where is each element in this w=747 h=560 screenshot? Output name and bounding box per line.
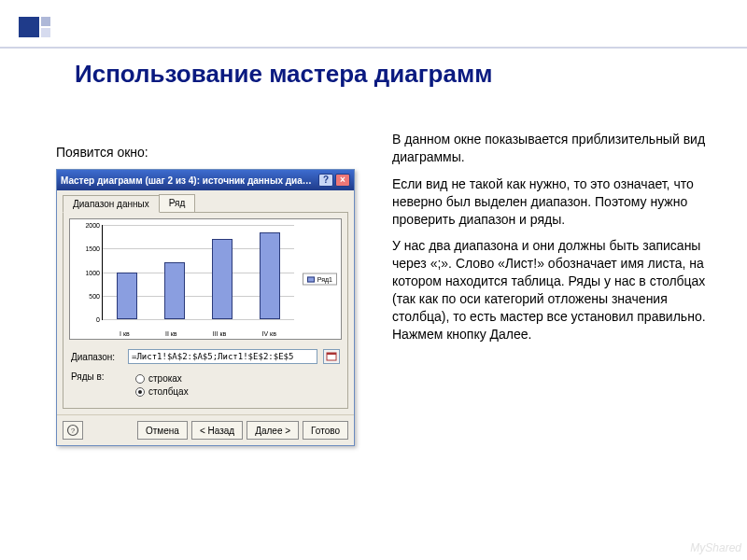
radio-cols[interactable]: столбцах (135, 386, 189, 397)
gridline (103, 319, 294, 320)
window-title: Мастер диаграмм (шаг 2 из 4): источник д… (61, 175, 317, 186)
tab-body: 0500100015002000 I квII квIII квIV кв Ря… (63, 212, 348, 409)
tab-data-range[interactable]: Диапазон данных (63, 195, 160, 213)
cancel-button[interactable]: Отмена (137, 421, 188, 440)
help-button[interactable]: ? (63, 421, 83, 440)
help-icon: ? (66, 424, 79, 437)
chart-wizard-window: Мастер диаграмм (шаг 2 из 4): источник д… (56, 169, 355, 446)
description-p2: Если вид не такой как нужно, то это озна… (392, 175, 710, 229)
decor-square-small-1 (41, 17, 50, 26)
decor-square-large (19, 17, 39, 37)
rows-in-label: Ряды в: (71, 371, 122, 382)
legend-swatch (307, 276, 315, 282)
help-titlebar-button[interactable]: ? (318, 174, 333, 187)
y-tick-label: 1000 (85, 269, 100, 275)
legend-label: Ряд1 (317, 276, 332, 283)
decor-divider (0, 47, 747, 49)
description-block: В данном окне показывается приблизительн… (392, 131, 710, 353)
x-tick-label: III кв (213, 330, 227, 337)
y-tick-label: 0 (96, 316, 100, 323)
close-button[interactable]: × (335, 174, 350, 187)
chart-preview: 0500100015002000 I квII квIII квIV кв Ря… (69, 218, 342, 340)
button-row: ? Отмена < Назад Далее > Готово (57, 414, 354, 445)
y-tick-label: 500 (89, 292, 100, 299)
watermark: MyShared (690, 541, 741, 554)
svg-rect-1 (327, 353, 336, 355)
tab-strip: Диапазон данных Ряд (57, 190, 354, 212)
back-button[interactable]: < Назад (191, 421, 243, 440)
radio-rows[interactable]: строках (135, 373, 189, 384)
chart-bar (164, 262, 185, 319)
radio-icon (135, 387, 145, 397)
x-tick-label: I кв (120, 330, 130, 337)
x-tick-label: II кв (165, 330, 177, 337)
description-p1: В данном окне показывается приблизительн… (392, 131, 710, 166)
y-tick-label: 1500 (85, 245, 100, 252)
intro-text: Появится окно: (56, 145, 364, 160)
svg-text:?: ? (71, 427, 76, 435)
range-label: Диапазон: (71, 352, 122, 362)
chart-legend: Ряд1 (303, 273, 337, 286)
chart-bar (260, 232, 280, 319)
chart-bar (212, 239, 233, 319)
description-p3: У нас два диапазона и они должны быть за… (392, 237, 710, 343)
collapse-dialog-icon[interactable] (323, 349, 340, 364)
titlebar[interactable]: Мастер диаграмм (шаг 2 из 4): источник д… (57, 170, 354, 190)
page-title: Использование мастера диаграмм (75, 60, 492, 89)
range-input[interactable] (128, 349, 317, 364)
radio-icon (135, 374, 145, 384)
y-tick-label: 2000 (85, 222, 100, 229)
x-tick-label: IV кв (262, 330, 276, 337)
decor-square-small-2 (41, 28, 50, 37)
next-button[interactable]: Далее > (247, 421, 299, 440)
chart-bar (117, 273, 137, 320)
finish-button[interactable]: Готово (303, 421, 348, 440)
tab-series[interactable]: Ряд (159, 194, 196, 212)
